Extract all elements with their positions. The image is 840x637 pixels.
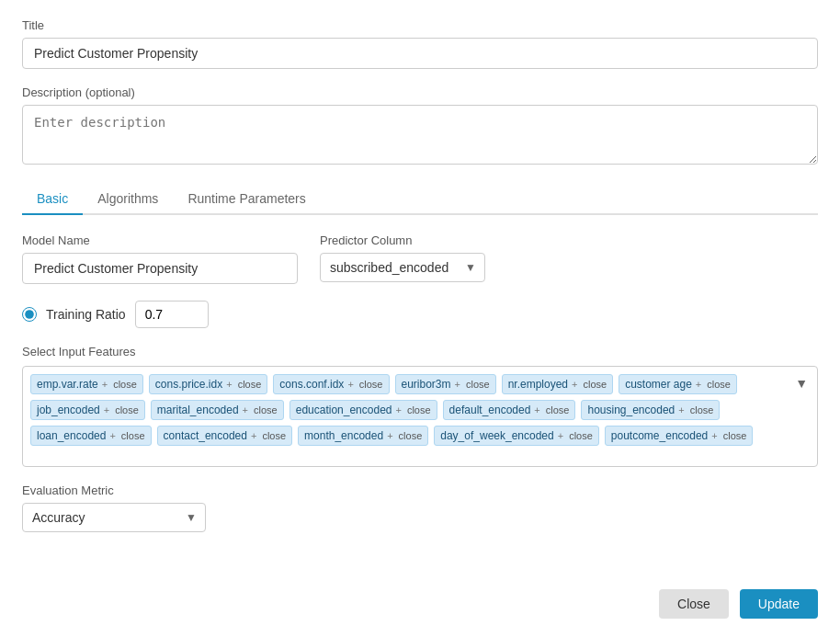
- predictor-column-col: Predictor Column subscribed_encoded ▼: [320, 233, 818, 284]
- tag-label: education_encoded: [296, 404, 392, 416]
- training-ratio-label: Training Ratio: [46, 307, 126, 322]
- tag-plus-icon: +: [678, 404, 684, 415]
- tag-plus-icon: +: [696, 379, 701, 390]
- tag-close-loan-encoded[interactable]: close: [121, 430, 145, 441]
- tag-day-of-week-encoded: day_of_week_encoded + close: [434, 426, 599, 446]
- tag-customer-age: customer age + close: [619, 374, 737, 394]
- title-input[interactable]: [22, 38, 818, 69]
- features-label: Select Input Features: [22, 345, 818, 358]
- tag-close-cons-price-idx[interactable]: close: [238, 379, 262, 390]
- tag-close-emp-var-rate[interactable]: close: [113, 379, 137, 390]
- tag-plus-icon: +: [102, 379, 108, 390]
- close-button[interactable]: Close: [659, 589, 729, 619]
- tag-emp-var-rate: emp.var.rate + close: [30, 374, 143, 394]
- basic-tab-content: Model Name Predictor Column subscribed_e…: [22, 233, 818, 532]
- tag-label: marital_encoded: [157, 404, 239, 416]
- tag-plus-icon: +: [711, 430, 717, 441]
- evaluation-metric-wrapper: Accuracy F1 Precision Recall AUC ▼: [22, 503, 206, 532]
- tag-label: contact_encoded: [164, 429, 247, 442]
- features-section: Select Input Features ▼ emp.var.rate + c…: [22, 345, 818, 467]
- predictor-column-wrapper: subscribed_encoded ▼: [320, 253, 485, 282]
- description-input[interactable]: [22, 105, 818, 165]
- tag-housing-encoded: housing_encoded + close: [581, 400, 720, 420]
- predictor-column-select[interactable]: subscribed_encoded: [320, 253, 485, 282]
- tag-plus-icon: +: [243, 404, 248, 415]
- tab-basic[interactable]: Basic: [22, 184, 83, 215]
- tag-job-encoded: job_encoded + close: [30, 400, 145, 420]
- tag-nr-employed: nr.employed + close: [502, 374, 614, 394]
- features-dropdown-button[interactable]: ▼: [791, 374, 812, 392]
- tag-marital-encoded: marital_encoded + close: [151, 400, 284, 420]
- tabs-bar: Basic Algorithms Runtime Parameters: [22, 184, 818, 215]
- training-ratio-input[interactable]: [135, 301, 209, 328]
- evaluation-metric-section: Evaluation Metric Accuracy F1 Precision …: [22, 483, 818, 532]
- tag-close-day-of-week-encoded[interactable]: close: [569, 430, 593, 441]
- evaluation-metric-label: Evaluation Metric: [22, 483, 818, 497]
- tag-close-marital-encoded[interactable]: close: [254, 404, 278, 415]
- tag-close-default-encoded[interactable]: close: [546, 404, 570, 415]
- features-container: ▼ emp.var.rate + close cons.price.idx + …: [22, 366, 818, 467]
- tag-plus-icon: +: [251, 430, 256, 441]
- tag-label: customer age: [625, 378, 692, 391]
- tag-close-housing-encoded[interactable]: close: [690, 404, 714, 415]
- tag-label: nr.employed: [508, 378, 568, 391]
- predictor-column-label: Predictor Column: [320, 233, 818, 247]
- tag-cons-conf-idx: cons.conf.idx + close: [273, 374, 389, 394]
- tag-close-euribor3m[interactable]: close: [466, 379, 490, 390]
- training-ratio-row: Training Ratio: [22, 301, 818, 328]
- tab-runtime[interactable]: Runtime Parameters: [173, 184, 320, 215]
- tag-close-month-encoded[interactable]: close: [399, 430, 423, 441]
- tab-algorithms[interactable]: Algorithms: [83, 184, 173, 215]
- tag-close-education-encoded[interactable]: close: [407, 404, 431, 415]
- tag-plus-icon: +: [387, 430, 392, 441]
- tag-label: emp.var.rate: [37, 378, 98, 391]
- tag-cons-price-idx: cons.price.idx + close: [149, 374, 268, 394]
- footer-buttons: Close Update: [659, 589, 818, 619]
- tag-close-poutcome-encoded[interactable]: close: [723, 430, 747, 441]
- tag-label: poutcome_encoded: [611, 429, 708, 442]
- tag-month-encoded: month_encoded + close: [298, 426, 428, 446]
- tag-close-job-encoded[interactable]: close: [115, 404, 139, 415]
- title-label: Title: [22, 18, 818, 32]
- tag-close-cons-conf-idx[interactable]: close: [359, 379, 383, 390]
- tag-label: job_encoded: [37, 404, 100, 416]
- tag-close-nr-employed[interactable]: close: [583, 379, 607, 390]
- model-name-label: Model Name: [22, 233, 298, 247]
- tag-plus-icon: +: [104, 404, 109, 415]
- description-section: Description (optional): [22, 85, 818, 167]
- tag-poutcome-encoded: poutcome_encoded + close: [605, 426, 754, 446]
- tag-plus-icon: +: [572, 379, 577, 390]
- tag-loan-encoded: loan_encoded + close: [30, 426, 152, 446]
- tag-plus-icon: +: [347, 379, 353, 390]
- tag-default-encoded: default_encoded + close: [443, 400, 576, 420]
- training-ratio-radio[interactable]: [22, 307, 37, 322]
- tag-plus-icon: +: [395, 404, 401, 415]
- title-section: Title: [22, 18, 818, 69]
- tag-euribor3m: euribor3m + close: [395, 374, 496, 394]
- tag-label: cons.conf.idx: [279, 378, 344, 391]
- tag-label: housing_encoded: [587, 404, 675, 416]
- tag-close-contact-encoded[interactable]: close: [262, 430, 286, 441]
- model-predictor-row: Model Name Predictor Column subscribed_e…: [22, 233, 818, 284]
- tag-plus-icon: +: [109, 430, 115, 441]
- tag-label: day_of_week_encoded: [440, 429, 553, 442]
- tag-label: euribor3m: [402, 378, 451, 391]
- model-name-input[interactable]: [22, 253, 298, 284]
- model-name-col: Model Name: [22, 233, 298, 284]
- tag-label: cons.price.idx: [155, 378, 222, 391]
- tag-contact-encoded: contact_encoded + close: [157, 426, 293, 446]
- tag-plus-icon: +: [558, 430, 563, 441]
- description-label: Description (optional): [22, 85, 818, 99]
- tag-plus-icon: +: [226, 379, 232, 390]
- tag-plus-icon: +: [455, 379, 460, 390]
- tag-label: default_encoded: [449, 404, 531, 416]
- tag-plus-icon: +: [534, 404, 539, 415]
- update-button[interactable]: Update: [740, 589, 818, 619]
- tag-label: loan_encoded: [37, 429, 106, 442]
- tag-education-encoded: education_encoded + close: [289, 400, 437, 420]
- tag-label: month_encoded: [304, 429, 383, 442]
- tag-close-customer-age[interactable]: close: [707, 379, 731, 390]
- evaluation-metric-select[interactable]: Accuracy F1 Precision Recall AUC: [22, 503, 206, 532]
